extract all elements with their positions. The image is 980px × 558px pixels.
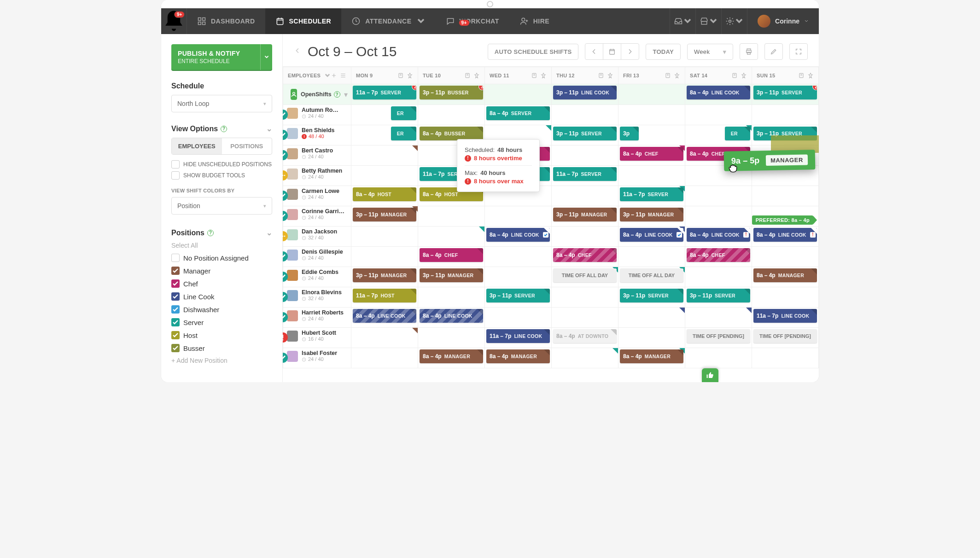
day-cell[interactable]: [552, 186, 618, 206]
day-cell[interactable]: [618, 84, 685, 105]
view-options-title[interactable]: View Options? ⌄: [171, 124, 272, 133]
day-cell[interactable]: [418, 227, 485, 247]
calendar-picker-button[interactable]: [603, 43, 621, 60]
day-cell[interactable]: 8a – 4pLINE COOK!: [752, 227, 819, 247]
shift-block[interactable]: 8a – 4pCHEF: [420, 248, 483, 262]
day-cell[interactable]: [752, 105, 819, 125]
shift-block[interactable]: 8a – 4pAT DOWNTO: [553, 329, 617, 343]
nav-workchat[interactable]: 9+WORKCHAT: [436, 8, 509, 34]
shift-block[interactable]: 8a – 4pLINE COOK: [420, 309, 483, 323]
day-cell[interactable]: [351, 145, 418, 166]
pin-icon[interactable]: [674, 72, 680, 79]
nav-hire[interactable]: HIRE: [509, 8, 560, 34]
shift-block[interactable]: ER: [725, 127, 750, 140]
edit-button[interactable]: [764, 43, 783, 60]
day-cell[interactable]: 3p – 11pBUSSER3: [418, 84, 485, 105]
day-cell[interactable]: 8a – 4pCHEF: [618, 145, 685, 166]
shift-block[interactable]: 8a – 4pBUSSER: [420, 127, 483, 140]
day-cell[interactable]: [752, 247, 819, 267]
employee-cell[interactable]: Denis Gillespie 24 / 40: [283, 247, 351, 267]
auto-schedule-button[interactable]: AUTO SCHEDULE SHIFTS: [488, 44, 579, 60]
shift-block[interactable]: 3p – 11pSERVER2: [753, 86, 817, 99]
day-cell[interactable]: [685, 206, 752, 227]
day-cell[interactable]: [485, 206, 552, 227]
day-cell[interactable]: [351, 166, 418, 186]
employee-cell[interactable]: Ben Shields !48 / 40: [283, 125, 351, 145]
position-filter[interactable]: Dishwasher: [171, 305, 272, 314]
employee-cell[interactable]: Corinne Garris… 24 / 40: [283, 206, 351, 227]
timeoff-block[interactable]: TIME OFF [PENDING]: [753, 329, 817, 343]
user-menu[interactable]: Corinne: [747, 8, 819, 34]
timeoff-block[interactable]: TIME OFF ALL DAY: [620, 268, 683, 282]
day-cell[interactable]: TIME OFF [PENDING]: [685, 328, 752, 348]
publish-notify-button[interactable]: PUBLISH & NOTIFY ENTIRE SCHEDULE: [171, 44, 272, 70]
day-cell[interactable]: 3p – 11pSERVER: [552, 125, 618, 145]
shift-block[interactable]: ER: [391, 106, 416, 120]
print-button[interactable]: [740, 43, 758, 60]
schedule-select[interactable]: North Loop ▾: [171, 95, 272, 112]
employee-cell[interactable]: Betty Rathmen 24 / 40: [283, 166, 351, 186]
timeoff-block[interactable]: TIME OFF [PENDING]: [687, 329, 750, 343]
day-cell[interactable]: 3p – 11pSERVER: [685, 287, 752, 308]
view-colors-select[interactable]: Position ▾: [171, 197, 272, 215]
add-position-link[interactable]: + Add New Position: [171, 357, 272, 364]
shift-block[interactable]: 3p – 11pMANAGER: [420, 268, 483, 282]
day-cell[interactable]: [418, 105, 485, 125]
shift-block[interactable]: 8a – 4pLINE COOK: [620, 228, 683, 242]
notifications-button[interactable]: 9+: [161, 8, 187, 34]
plus-icon[interactable]: [331, 72, 337, 79]
day-cell[interactable]: ER: [685, 125, 752, 145]
shift-block[interactable]: 3p – 11pSERVER: [486, 289, 550, 302]
day-cell[interactable]: 8a – 4pCHEF: [685, 247, 752, 267]
day-cell[interactable]: ER: [351, 105, 418, 125]
day-cell[interactable]: 3p – 11pSERVER: [485, 287, 552, 308]
position-filter[interactable]: Chef: [171, 279, 272, 288]
open-shifts-label-cell[interactable]: OpenShifts? ▾: [283, 84, 351, 105]
chevron-down-icon[interactable]: ▾: [344, 90, 348, 99]
position-filter[interactable]: Host: [171, 331, 272, 339]
pin-icon[interactable]: [607, 72, 613, 79]
day-cell[interactable]: 3p – 11pMANAGER: [552, 206, 618, 227]
day-cell[interactable]: 11a – 7pSERVER: [552, 166, 618, 186]
day-cell[interactable]: 8a – 4pLINE COOK!: [685, 227, 752, 247]
employee-cell[interactable]: Eddie Combs 24 / 40: [283, 267, 351, 287]
day-cell[interactable]: 3p: [618, 125, 685, 145]
shift-block[interactable]: ER: [391, 127, 416, 140]
day-header[interactable]: WED 11: [485, 67, 552, 84]
day-cell[interactable]: [618, 105, 685, 125]
day-cell[interactable]: [552, 348, 618, 368]
day-cell[interactable]: [351, 227, 418, 247]
back-button[interactable]: [294, 47, 301, 56]
day-cell[interactable]: [618, 247, 685, 267]
day-cell[interactable]: 11a – 7pSERVER: [618, 186, 685, 206]
position-filter[interactable]: Busser: [171, 344, 272, 352]
day-cell[interactable]: TIME OFF [PENDING]: [752, 328, 819, 348]
nav-attendance[interactable]: ATTENDANCE: [341, 8, 435, 34]
day-cell[interactable]: 11a – 7pLINE COOK: [752, 308, 819, 328]
note-icon[interactable]: [665, 72, 671, 79]
shift-block[interactable]: 8a – 4pSERVER: [486, 106, 550, 120]
shift-block[interactable]: 3p – 11pBUSSER3: [420, 86, 483, 99]
timeoff-block[interactable]: TIME OFF ALL DAY: [553, 268, 617, 282]
day-cell[interactable]: 11a – 7pLINE COOK: [485, 328, 552, 348]
day-cell[interactable]: 8a – 4pCHEF: [552, 247, 618, 267]
day-cell[interactable]: 8a – 4pLINE COOK: [685, 84, 752, 105]
shift-block[interactable]: 8a – 4pMANAGER: [753, 268, 817, 282]
day-cell[interactable]: [418, 287, 485, 308]
day-cell[interactable]: TIME OFF ALL DAY: [552, 267, 618, 287]
shift-block[interactable]: 3p – 11pSERVER: [553, 127, 617, 140]
position-filter[interactable]: No Position Assigned: [171, 254, 272, 262]
day-cell[interactable]: [618, 166, 685, 186]
note-icon[interactable]: [731, 72, 738, 79]
day-cell[interactable]: [685, 186, 752, 206]
day-cell[interactable]: TIME OFF ALL DAY: [618, 267, 685, 287]
day-cell[interactable]: 8a – 4pLINE COOK: [418, 308, 485, 328]
view-range-select[interactable]: Week▾: [687, 44, 733, 60]
day-header[interactable]: SUN 15: [752, 67, 819, 84]
inbox-button[interactable]: [670, 8, 695, 34]
day-header[interactable]: THU 12: [552, 67, 618, 84]
day-cell[interactable]: [618, 308, 685, 328]
employee-cell[interactable]: Dan Jackson 32 / 40: [283, 227, 351, 247]
day-cell[interactable]: [752, 348, 819, 368]
shift-block[interactable]: 11a – 7pSERVER: [620, 187, 683, 201]
